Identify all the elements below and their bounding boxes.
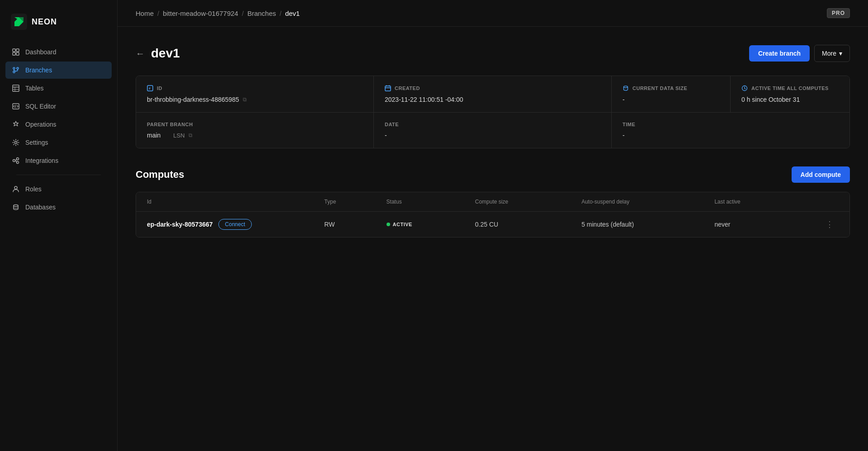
- sidebar-item-databases-label: Databases: [25, 204, 56, 211]
- sidebar-item-dashboard-label: Dashboard: [25, 48, 57, 56]
- active-time-value: 0 h since October 31: [741, 96, 839, 103]
- connect-button[interactable]: Connect: [218, 219, 252, 230]
- logo-text: NEON: [32, 17, 57, 27]
- databases-icon: [12, 203, 20, 211]
- time-label: TIME: [623, 122, 839, 127]
- svg-rect-8: [13, 85, 19, 91]
- page-title: dev1: [151, 46, 180, 61]
- breadcrumb: Home / bitter-meadow-01677924 / Branches…: [136, 9, 300, 17]
- time-cell: TIME -: [612, 113, 849, 148]
- neon-logo-icon: [11, 14, 27, 30]
- svg-point-17: [14, 186, 17, 189]
- integrations-icon: [12, 157, 20, 165]
- copy-lsn-icon[interactable]: ⧉: [189, 132, 193, 138]
- sidebar-item-branches[interactable]: Branches: [5, 62, 112, 79]
- svg-point-14: [13, 160, 15, 162]
- page-header: ← dev1 Create branch More ▾: [136, 45, 850, 62]
- add-compute-button[interactable]: Add compute: [792, 166, 850, 183]
- svg-point-22: [624, 86, 628, 88]
- breadcrumb-sep-1: /: [157, 9, 159, 17]
- branch-info-top-row: # ID br-throbbing-darkness-48865985 ⧉ CR…: [136, 76, 849, 113]
- branch-created-cell: CREATED 2023-11-22 11:00:51 -04:00: [374, 76, 612, 112]
- sidebar-item-operations-label: Operations: [25, 121, 56, 128]
- sidebar-item-dashboard[interactable]: Dashboard: [5, 43, 112, 61]
- top-header: Home / bitter-meadow-01677924 / Branches…: [118, 0, 868, 27]
- sidebar-item-databases[interactable]: Databases: [5, 199, 112, 216]
- id-icon: #: [147, 85, 153, 91]
- compute-table: Id Type Status Compute size Auto-suspend…: [136, 192, 850, 237]
- sidebar-item-roles-label: Roles: [25, 185, 42, 193]
- active-time-label: ACTIVE TIME ALL COMPUTES: [741, 85, 839, 91]
- breadcrumb-current: dev1: [285, 9, 300, 17]
- dashboard-icon: [12, 48, 20, 56]
- roles-icon: [12, 185, 20, 193]
- svg-point-18: [14, 205, 18, 207]
- status-badge: ACTIVE: [387, 222, 475, 227]
- more-button[interactable]: More ▾: [814, 45, 850, 62]
- row-more-menu[interactable]: ⋮: [821, 219, 839, 229]
- branch-info-right-cells: CURRENT DATA SIZE - ACTIVE TIME ALL COMP…: [612, 76, 849, 112]
- date-cell: DATE -: [374, 113, 612, 148]
- current-data-size-label: CURRENT DATA SIZE: [623, 85, 719, 91]
- lsn-label: LSN: [173, 132, 184, 139]
- sidebar-item-tables[interactable]: Tables: [5, 80, 112, 97]
- clock-icon: [741, 85, 748, 91]
- breadcrumb-branches[interactable]: Branches: [247, 9, 276, 17]
- page-title-area: ← dev1: [136, 46, 180, 61]
- breadcrumb-sep-3: /: [280, 9, 282, 17]
- branch-created-label: CREATED: [385, 85, 600, 91]
- svg-point-6: [17, 67, 19, 69]
- computes-section-header: Computes Add compute: [136, 166, 850, 183]
- branch-info-card: # ID br-throbbing-darkness-48865985 ⧉ CR…: [136, 76, 850, 148]
- current-data-size-value: -: [623, 96, 719, 103]
- sidebar-item-sql-editor-label: SQL Editor: [25, 103, 56, 110]
- col-header-status: Status: [387, 199, 475, 205]
- branch-created-value: 2023-11-22 11:00:51 -04:00: [385, 96, 600, 103]
- main-content: Home / bitter-meadow-01677924 / Branches…: [118, 0, 868, 451]
- sidebar-item-roles[interactable]: Roles: [5, 180, 112, 198]
- breadcrumb-home[interactable]: Home: [136, 9, 154, 17]
- sidebar-item-integrations-label: Integrations: [25, 157, 58, 164]
- sidebar: NEON Dashboard Branches Tables: [0, 0, 118, 451]
- svg-rect-2: [16, 49, 19, 52]
- table-row: ep-dark-sky-80573667 Connect RW ACTIVE 0…: [136, 212, 849, 237]
- operations-icon: [12, 120, 20, 128]
- col-header-actions: [821, 199, 839, 205]
- branch-id-label: # ID: [147, 85, 363, 91]
- breadcrumb-sep-2: /: [242, 9, 244, 17]
- sql-editor-icon: [12, 102, 20, 110]
- more-label: More: [822, 50, 836, 57]
- compute-id-value: ep-dark-sky-80573667: [147, 221, 213, 228]
- compute-size-cell: 0.25 CU: [475, 221, 581, 228]
- svg-point-5: [13, 67, 15, 69]
- svg-rect-21: [385, 86, 391, 91]
- sidebar-item-integrations[interactable]: Integrations: [5, 152, 112, 169]
- compute-id-cell: ep-dark-sky-80573667 Connect: [147, 219, 324, 230]
- current-data-size-cell: CURRENT DATA SIZE -: [612, 76, 731, 112]
- sidebar-item-operations[interactable]: Operations: [5, 116, 112, 133]
- pro-badge: PRO: [827, 8, 850, 18]
- col-header-id: Id: [147, 199, 324, 205]
- create-branch-button[interactable]: Create branch: [749, 45, 810, 62]
- sidebar-item-settings-label: Settings: [25, 139, 48, 146]
- sidebar-item-branches-label: Branches: [25, 66, 52, 74]
- last-active-cell: never: [714, 221, 821, 228]
- back-button[interactable]: ←: [136, 49, 145, 58]
- sidebar-item-tables-label: Tables: [25, 85, 43, 92]
- settings-icon: [12, 138, 20, 147]
- branch-info-bottom-row: PARENT BRANCH main LSN ⧉ DATE -: [136, 113, 849, 148]
- page-actions: Create branch More ▾: [749, 45, 850, 62]
- sidebar-item-settings[interactable]: Settings: [5, 134, 112, 151]
- table-header: Id Type Status Compute size Auto-suspend…: [136, 192, 849, 212]
- date-label: DATE: [385, 122, 600, 127]
- date-value: -: [385, 132, 600, 139]
- auto-suspend-cell: 5 minutes (default): [581, 221, 714, 228]
- sidebar-item-sql-editor[interactable]: SQL Editor: [5, 98, 112, 115]
- copy-id-icon[interactable]: ⧉: [243, 96, 247, 103]
- breadcrumb-project[interactable]: bitter-meadow-01677924: [163, 9, 238, 17]
- status-text: ACTIVE: [393, 222, 412, 227]
- calendar-icon: [385, 85, 391, 91]
- branch-id-value: br-throbbing-darkness-48865985 ⧉: [147, 96, 363, 103]
- branches-icon: [12, 66, 20, 74]
- branch-id-cell: # ID br-throbbing-darkness-48865985 ⧉: [136, 76, 374, 112]
